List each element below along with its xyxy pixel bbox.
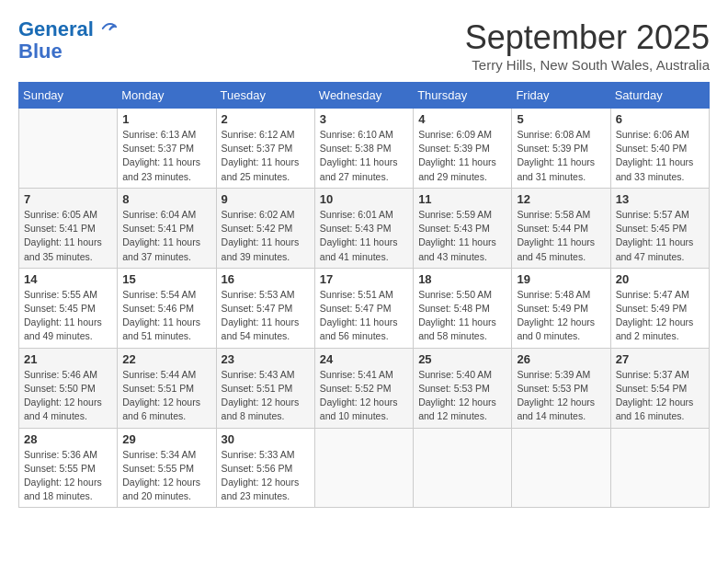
day-info: Sunrise: 5:51 AMSunset: 5:47 PMDaylight:… bbox=[320, 288, 408, 344]
day-info: Sunrise: 5:48 AMSunset: 5:49 PMDaylight:… bbox=[517, 288, 605, 344]
calendar-cell: 6Sunrise: 6:06 AMSunset: 5:40 PMDaylight… bbox=[610, 109, 709, 189]
header-wednesday: Wednesday bbox=[314, 83, 413, 109]
day-number: 13 bbox=[616, 192, 704, 206]
header-thursday: Thursday bbox=[414, 83, 512, 109]
day-number: 12 bbox=[517, 192, 605, 206]
calendar-cell: 17Sunrise: 5:51 AMSunset: 5:47 PMDayligh… bbox=[314, 268, 413, 348]
calendar-cell: 7Sunrise: 6:05 AMSunset: 5:41 PMDaylight… bbox=[19, 188, 118, 268]
calendar-cell: 3Sunrise: 6:10 AMSunset: 5:38 PMDaylight… bbox=[314, 109, 413, 189]
calendar-table: SundayMondayTuesdayWednesdayThursdayFrid… bbox=[18, 82, 710, 508]
day-number: 26 bbox=[517, 352, 605, 366]
day-number: 22 bbox=[122, 352, 210, 366]
logo-bird-icon bbox=[101, 19, 118, 36]
day-info: Sunrise: 5:50 AMSunset: 5:48 PMDaylight:… bbox=[418, 288, 506, 344]
day-number: 14 bbox=[24, 272, 112, 286]
day-info: Sunrise: 6:09 AMSunset: 5:39 PMDaylight:… bbox=[418, 128, 506, 184]
day-number: 1 bbox=[122, 112, 210, 126]
day-number: 16 bbox=[222, 272, 310, 286]
day-info: Sunrise: 5:44 AMSunset: 5:51 PMDaylight:… bbox=[122, 368, 210, 424]
day-number: 4 bbox=[418, 112, 506, 126]
day-number: 9 bbox=[222, 192, 310, 206]
calendar-cell: 2Sunrise: 6:12 AMSunset: 5:37 PMDaylight… bbox=[216, 109, 314, 189]
month-title: September 2025 bbox=[465, 18, 710, 57]
week-row-5: 28Sunrise: 5:36 AMSunset: 5:55 PMDayligh… bbox=[19, 428, 710, 508]
day-info: Sunrise: 5:41 AMSunset: 5:52 PMDaylight:… bbox=[320, 368, 408, 424]
day-info: Sunrise: 6:10 AMSunset: 5:38 PMDaylight:… bbox=[320, 128, 408, 184]
logo-subtext: Blue bbox=[18, 40, 118, 63]
day-info: Sunrise: 5:57 AMSunset: 5:45 PMDaylight:… bbox=[616, 208, 704, 264]
day-number: 10 bbox=[320, 192, 408, 206]
week-row-4: 21Sunrise: 5:46 AMSunset: 5:50 PMDayligh… bbox=[19, 348, 710, 428]
calendar-cell: 25Sunrise: 5:40 AMSunset: 5:53 PMDayligh… bbox=[414, 348, 512, 428]
day-number: 30 bbox=[222, 432, 310, 446]
calendar-cell bbox=[512, 428, 610, 508]
page-header: General Blue September 2025 Terry Hills,… bbox=[18, 18, 710, 73]
calendar-cell: 23Sunrise: 5:43 AMSunset: 5:51 PMDayligh… bbox=[216, 348, 314, 428]
calendar-header-row: SundayMondayTuesdayWednesdayThursdayFrid… bbox=[19, 83, 710, 109]
calendar-cell: 28Sunrise: 5:36 AMSunset: 5:55 PMDayligh… bbox=[19, 428, 118, 508]
day-number: 11 bbox=[418, 192, 506, 206]
day-info: Sunrise: 6:12 AMSunset: 5:37 PMDaylight:… bbox=[222, 128, 310, 184]
calendar-cell: 12Sunrise: 5:58 AMSunset: 5:44 PMDayligh… bbox=[512, 188, 610, 268]
day-number: 19 bbox=[517, 272, 605, 286]
day-number: 21 bbox=[24, 352, 112, 366]
day-number: 18 bbox=[418, 272, 506, 286]
calendar-cell bbox=[19, 109, 118, 189]
calendar-cell: 5Sunrise: 6:08 AMSunset: 5:39 PMDaylight… bbox=[512, 109, 610, 189]
day-info: Sunrise: 5:39 AMSunset: 5:53 PMDaylight:… bbox=[517, 368, 605, 424]
calendar-cell: 13Sunrise: 5:57 AMSunset: 5:45 PMDayligh… bbox=[610, 188, 709, 268]
header-tuesday: Tuesday bbox=[216, 83, 314, 109]
day-number: 24 bbox=[320, 352, 408, 366]
day-info: Sunrise: 6:02 AMSunset: 5:42 PMDaylight:… bbox=[222, 208, 310, 264]
day-info: Sunrise: 6:01 AMSunset: 5:43 PMDaylight:… bbox=[320, 208, 408, 264]
day-info: Sunrise: 5:37 AMSunset: 5:54 PMDaylight:… bbox=[616, 368, 704, 424]
day-number: 6 bbox=[616, 112, 704, 126]
day-number: 29 bbox=[122, 432, 210, 446]
day-info: Sunrise: 5:53 AMSunset: 5:47 PMDaylight:… bbox=[222, 288, 310, 344]
day-number: 7 bbox=[24, 192, 112, 206]
calendar-cell: 26Sunrise: 5:39 AMSunset: 5:53 PMDayligh… bbox=[512, 348, 610, 428]
calendar-cell: 15Sunrise: 5:54 AMSunset: 5:46 PMDayligh… bbox=[118, 268, 216, 348]
day-number: 27 bbox=[616, 352, 704, 366]
header-saturday: Saturday bbox=[610, 83, 709, 109]
day-number: 2 bbox=[222, 112, 310, 126]
calendar-cell: 27Sunrise: 5:37 AMSunset: 5:54 PMDayligh… bbox=[610, 348, 709, 428]
calendar-cell: 20Sunrise: 5:47 AMSunset: 5:49 PMDayligh… bbox=[610, 268, 709, 348]
day-info: Sunrise: 5:43 AMSunset: 5:51 PMDaylight:… bbox=[222, 368, 310, 424]
day-info: Sunrise: 6:04 AMSunset: 5:41 PMDaylight:… bbox=[122, 208, 210, 264]
calendar-cell: 8Sunrise: 6:04 AMSunset: 5:41 PMDaylight… bbox=[118, 188, 216, 268]
day-number: 5 bbox=[517, 112, 605, 126]
day-info: Sunrise: 5:59 AMSunset: 5:43 PMDaylight:… bbox=[418, 208, 506, 264]
day-number: 17 bbox=[320, 272, 408, 286]
day-info: Sunrise: 5:47 AMSunset: 5:49 PMDaylight:… bbox=[616, 288, 704, 344]
day-info: Sunrise: 6:06 AMSunset: 5:40 PMDaylight:… bbox=[616, 128, 704, 184]
day-number: 3 bbox=[320, 112, 408, 126]
week-row-2: 7Sunrise: 6:05 AMSunset: 5:41 PMDaylight… bbox=[19, 188, 710, 268]
calendar-cell: 10Sunrise: 6:01 AMSunset: 5:43 PMDayligh… bbox=[314, 188, 413, 268]
logo: General Blue bbox=[18, 18, 118, 63]
calendar-cell bbox=[414, 428, 512, 508]
calendar-cell: 30Sunrise: 5:33 AMSunset: 5:56 PMDayligh… bbox=[216, 428, 314, 508]
day-info: Sunrise: 5:55 AMSunset: 5:45 PMDaylight:… bbox=[24, 288, 112, 344]
day-number: 28 bbox=[24, 432, 112, 446]
calendar-cell: 14Sunrise: 5:55 AMSunset: 5:45 PMDayligh… bbox=[19, 268, 118, 348]
calendar-cell: 11Sunrise: 5:59 AMSunset: 5:43 PMDayligh… bbox=[414, 188, 512, 268]
location-title: Terry Hills, New South Wales, Australia bbox=[465, 57, 710, 73]
day-number: 25 bbox=[418, 352, 506, 366]
day-info: Sunrise: 5:46 AMSunset: 5:50 PMDaylight:… bbox=[24, 368, 112, 424]
week-row-3: 14Sunrise: 5:55 AMSunset: 5:45 PMDayligh… bbox=[19, 268, 710, 348]
calendar-cell: 24Sunrise: 5:41 AMSunset: 5:52 PMDayligh… bbox=[314, 348, 413, 428]
calendar-cell: 9Sunrise: 6:02 AMSunset: 5:42 PMDaylight… bbox=[216, 188, 314, 268]
calendar-cell: 1Sunrise: 6:13 AMSunset: 5:37 PMDaylight… bbox=[118, 109, 216, 189]
title-block: September 2025 Terry Hills, New South Wa… bbox=[465, 18, 710, 73]
header-friday: Friday bbox=[512, 83, 610, 109]
calendar-cell: 18Sunrise: 5:50 AMSunset: 5:48 PMDayligh… bbox=[414, 268, 512, 348]
day-number: 20 bbox=[616, 272, 704, 286]
calendar-cell: 21Sunrise: 5:46 AMSunset: 5:50 PMDayligh… bbox=[19, 348, 118, 428]
calendar-cell: 19Sunrise: 5:48 AMSunset: 5:49 PMDayligh… bbox=[512, 268, 610, 348]
day-info: Sunrise: 6:08 AMSunset: 5:39 PMDaylight:… bbox=[517, 128, 605, 184]
day-number: 8 bbox=[122, 192, 210, 206]
calendar-cell: 16Sunrise: 5:53 AMSunset: 5:47 PMDayligh… bbox=[216, 268, 314, 348]
day-info: Sunrise: 5:36 AMSunset: 5:55 PMDaylight:… bbox=[24, 448, 112, 504]
day-info: Sunrise: 5:58 AMSunset: 5:44 PMDaylight:… bbox=[517, 208, 605, 264]
